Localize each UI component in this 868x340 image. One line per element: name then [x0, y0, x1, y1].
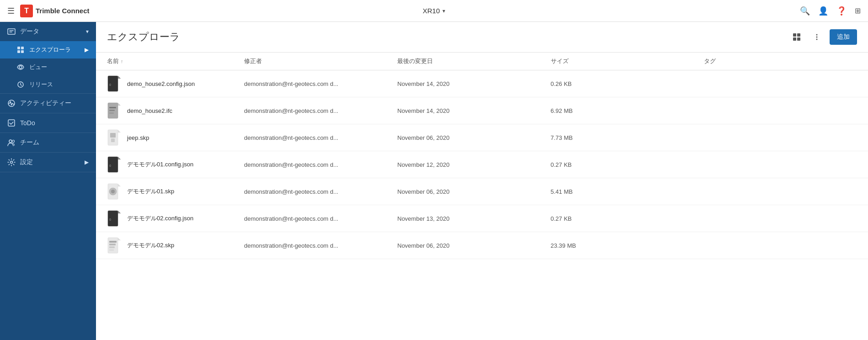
svg-rect-46: [109, 244, 116, 245]
sidebar-section-team: チーム: [0, 133, 96, 153]
file-size-1: 6.92 MB: [551, 107, 704, 114]
search-icon[interactable]: 🔍: [800, 6, 810, 16]
modified-date-5: November 13, 2020: [397, 215, 550, 222]
file-size-2: 7.73 MB: [551, 134, 704, 141]
file-size-4: 5.41 MB: [551, 188, 704, 195]
svg-marker-37: [118, 184, 121, 186]
table-row[interactable]: {} demo_house2.config.json demonstration…: [96, 70, 868, 97]
file-icon-5: {}: [107, 210, 122, 227]
activity-icon: [7, 99, 16, 107]
file-icon-6: [107, 237, 122, 254]
modified-date-3: November 12, 2020: [397, 161, 550, 168]
explorer-chevron-icon: ▶: [85, 47, 89, 53]
release-icon: [16, 80, 25, 89]
col-header-modified: 最後の変更日: [397, 57, 550, 65]
svg-rect-26: [109, 107, 116, 108]
file-cell-3: {} デモモデル01.config.json: [107, 156, 244, 173]
modifier-4: demonstration@nt-geotecs.com d...: [244, 188, 397, 195]
team-icon: [7, 138, 16, 147]
file-cell-4: デモモデル01.skp: [107, 183, 244, 200]
sidebar-release-label: リリース: [29, 80, 53, 89]
modifier-2: demonstration@nt-geotecs.com d...: [244, 134, 397, 141]
col-header-modifier: 修正者: [244, 57, 397, 65]
settings-icon: [7, 158, 16, 166]
table-row[interactable]: jeep.skp demonstration@nt-geotecs.com d.…: [96, 124, 868, 151]
svg-point-13: [11, 161, 13, 164]
file-cell-6: デモモデル02.skp: [107, 237, 244, 254]
svg-rect-28: [109, 112, 114, 114]
modifier-1: demonstration@nt-geotecs.com d...: [244, 107, 397, 114]
hamburger-icon[interactable]: ☰: [7, 6, 15, 16]
file-cell-5: {} デモモデル02.config.json: [107, 210, 244, 227]
content-area: エクスプローラ 追加 名前 ↑ 修正者: [96, 22, 868, 340]
file-cell-1: demo_house2.ifc: [107, 102, 244, 119]
svg-rect-45: [109, 241, 117, 243]
help-icon[interactable]: ❓: [836, 6, 847, 16]
col-header-size: サイズ: [551, 57, 704, 65]
file-name-0: demo_house2.config.json: [127, 80, 195, 87]
more-options-button[interactable]: [809, 30, 824, 44]
svg-text:{}: {}: [109, 164, 111, 167]
sidebar-section-todo: ToDo: [0, 113, 96, 133]
sidebar-section-data: データ ▾ エクスプローラ ▶ ビュー リ: [0, 22, 96, 94]
sidebar-item-release[interactable]: リリース: [0, 76, 96, 93]
modified-date-1: November 14, 2020: [397, 107, 550, 114]
table-row[interactable]: demo_house2.ifc demonstration@nt-geotecs…: [96, 97, 868, 124]
file-size-0: 0.26 KB: [551, 80, 704, 87]
sidebar-item-view[interactable]: ビュー: [0, 58, 96, 76]
svg-rect-6: [21, 50, 24, 53]
project-selector[interactable]: XR10 ▾: [423, 7, 446, 15]
file-icon-3: {}: [107, 156, 122, 173]
sidebar-item-explorer[interactable]: エクスプローラ ▶: [0, 41, 96, 58]
svg-text:{}: {}: [109, 83, 111, 86]
file-icon-0: {}: [107, 75, 122, 92]
sidebar-item-todo[interactable]: ToDo: [0, 113, 96, 133]
modifier-0: demonstration@nt-geotecs.com d...: [244, 80, 397, 87]
sidebar-section-activity: アクティビティー: [0, 94, 96, 113]
modified-date-4: November 06, 2020: [397, 188, 550, 195]
svg-rect-14: [793, 33, 796, 37]
modified-date-0: November 14, 2020: [397, 80, 550, 87]
svg-rect-31: [110, 133, 116, 138]
svg-rect-17: [797, 37, 800, 41]
svg-point-7: [19, 66, 22, 69]
sidebar-item-activity[interactable]: アクティビティー: [0, 94, 96, 113]
file-icon-2: [107, 129, 122, 146]
sidebar-item-data[interactable]: データ ▾: [0, 22, 96, 41]
modifier-3: demonstration@nt-geotecs.com d...: [244, 161, 397, 168]
apps-icon[interactable]: ⊞: [855, 6, 861, 15]
file-size-6: 23.39 MB: [551, 242, 704, 249]
modified-date-6: November 06, 2020: [397, 242, 550, 249]
header-actions: 追加: [789, 29, 857, 45]
svg-rect-15: [797, 33, 800, 37]
sidebar: データ ▾ エクスプローラ ▶ ビュー リ: [0, 22, 96, 340]
file-table: 名前 ↑ 修正者 最後の変更日 サイズ タグ: [96, 53, 868, 340]
user-icon[interactable]: 👤: [818, 6, 828, 16]
add-button[interactable]: 追加: [830, 29, 857, 45]
main-layout: データ ▾ エクスプローラ ▶ ビュー リ: [0, 22, 868, 340]
table-row[interactable]: デモモデル02.skp demonstration@nt-geotecs.com…: [96, 232, 868, 259]
content-header: エクスプローラ 追加: [96, 22, 868, 53]
svg-text:T: T: [24, 7, 29, 15]
project-name: XR10: [423, 7, 440, 15]
table-row[interactable]: {} デモモデル02.config.json demonstration@nt-…: [96, 205, 868, 232]
svg-rect-5: [17, 50, 20, 53]
svg-point-20: [816, 39, 818, 40]
table-row[interactable]: デモモデル01.skp demonstration@nt-geotecs.com…: [96, 178, 868, 205]
table-row[interactable]: {} デモモデル01.config.json demonstration@nt-…: [96, 151, 868, 178]
sidebar-item-team[interactable]: チーム: [0, 133, 96, 152]
sidebar-item-settings[interactable]: 設定 ▶: [0, 153, 96, 172]
svg-rect-32: [111, 138, 115, 142]
modifier-6: demonstration@nt-geotecs.com d...: [244, 242, 397, 249]
svg-text:{}: {}: [109, 218, 111, 221]
sidebar-data-label: データ: [20, 27, 39, 36]
svg-marker-30: [118, 130, 121, 133]
svg-rect-48: [109, 249, 114, 251]
svg-rect-4: [21, 47, 24, 49]
file-name-5: デモモデル02.config.json: [127, 214, 193, 223]
sidebar-view-label: ビュー: [29, 63, 47, 71]
settings-chevron-icon: ▶: [85, 159, 89, 165]
sidebar-team-label: チーム: [20, 138, 39, 147]
grid-view-button[interactable]: [789, 30, 804, 44]
file-name-1: demo_house2.ifc: [127, 107, 172, 114]
